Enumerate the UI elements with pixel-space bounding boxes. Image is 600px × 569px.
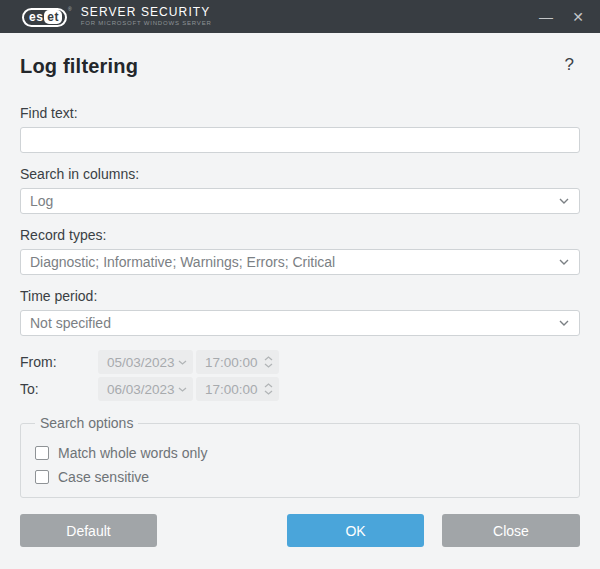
case-sensitive-label: Case sensitive — [58, 469, 149, 485]
to-date-picker[interactable]: 06/03/2023 — [98, 377, 193, 401]
from-label: From: — [20, 354, 98, 370]
from-row: From: 05/03/2023 17:00:00 — [20, 350, 580, 374]
from-date-picker[interactable]: 05/03/2023 — [98, 350, 193, 374]
dialog-button-row: Default OK Close — [20, 514, 580, 547]
chevron-down-icon — [177, 359, 188, 366]
to-date-value: 06/03/2023 — [107, 382, 175, 397]
to-label: To: — [20, 381, 98, 397]
match-whole-words-label: Match whole words only — [58, 445, 207, 461]
search-options-legend: Search options — [35, 415, 138, 431]
product-name: SERVER SECURITY — [81, 6, 212, 19]
dialog-content: Log filtering ? Find text: Search in col… — [0, 33, 600, 498]
eset-logo-text-right: et — [44, 10, 62, 24]
chevron-down-icon — [177, 386, 188, 393]
from-time-spinner[interactable]: 17:00:00 — [196, 350, 279, 374]
close-icon[interactable]: ✕ — [570, 10, 586, 24]
search-in-columns-label: Search in columns: — [20, 165, 580, 183]
find-text-input[interactable] — [20, 127, 580, 153]
to-time-value: 17:00:00 — [205, 382, 261, 397]
eset-logo-text-left: es — [29, 10, 43, 24]
product-subtitle: FOR MICROSOFT WINDOWS SERVER — [81, 19, 212, 27]
eset-logo: es et ® — [22, 7, 72, 27]
time-period-label: Time period: — [20, 287, 580, 305]
time-period-dropdown[interactable]: Not specified — [20, 310, 580, 336]
chevron-down-icon — [558, 319, 570, 327]
product-title-block: SERVER SECURITY FOR MICROSOFT WINDOWS SE… — [81, 6, 212, 27]
default-button[interactable]: Default — [20, 514, 157, 547]
time-period-value: Not specified — [30, 315, 558, 331]
match-whole-words-row[interactable]: Match whole words only — [31, 445, 569, 461]
help-icon[interactable]: ? — [565, 55, 580, 75]
record-types-label: Record types: — [20, 226, 580, 244]
record-types-dropdown[interactable]: Diagnostic; Informative; Warnings; Error… — [20, 249, 580, 275]
page-title: Log filtering — [20, 55, 138, 78]
ok-button[interactable]: OK — [287, 514, 424, 547]
to-time-spinner[interactable]: 17:00:00 — [196, 377, 279, 401]
close-button[interactable]: Close — [442, 514, 580, 547]
record-types-value: Diagnostic; Informative; Warnings; Error… — [30, 254, 558, 270]
find-text-label: Find text: — [20, 104, 580, 122]
search-in-columns-value: Log — [30, 193, 558, 209]
eset-logo-badge: es et — [22, 8, 67, 27]
from-date-value: 05/03/2023 — [107, 355, 175, 370]
from-time-value: 17:00:00 — [205, 355, 261, 370]
titlebar: es et ® SERVER SECURITY FOR MICROSOFT WI… — [0, 0, 600, 33]
minimize-icon[interactable]: — — [538, 10, 554, 24]
spinner-up-down-icon — [263, 382, 274, 396]
chevron-down-icon — [558, 258, 570, 266]
match-whole-words-checkbox[interactable] — [35, 446, 49, 460]
to-row: To: 06/03/2023 17:00:00 — [20, 377, 580, 401]
case-sensitive-row[interactable]: Case sensitive — [31, 469, 569, 485]
registered-trademark-icon: ® — [68, 6, 72, 12]
spinner-up-down-icon — [263, 355, 274, 369]
case-sensitive-checkbox[interactable] — [35, 470, 49, 484]
chevron-down-icon — [558, 197, 570, 205]
search-in-columns-dropdown[interactable]: Log — [20, 188, 580, 214]
search-options-group: Search options Match whole words only Ca… — [20, 415, 580, 498]
